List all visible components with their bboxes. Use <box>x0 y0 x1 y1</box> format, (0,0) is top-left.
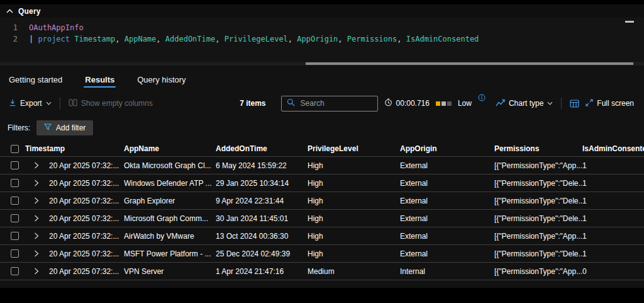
expand-row-chevron-icon[interactable] <box>25 268 49 275</box>
query-timer: 00:00.716 <box>384 98 430 108</box>
cell-apporigin: Internal <box>400 267 494 276</box>
cell-isadminconsented: 1 <box>582 161 644 170</box>
query-panel-header[interactable]: Query <box>0 4 644 18</box>
cell-privilegelevel: High <box>308 214 400 223</box>
row-checkbox[interactable] <box>11 179 19 187</box>
search-input[interactable] <box>299 98 372 108</box>
column-header-timestamp[interactable]: Timestamp <box>25 144 124 153</box>
stopwatch-icon <box>384 98 392 108</box>
cell-appname: AirWatch by VMware <box>124 232 216 241</box>
select-all-checkbox[interactable] <box>11 145 19 153</box>
timestamp-value: 20 Apr 2025 07:32:... <box>49 179 119 188</box>
chart-type-button[interactable]: Chart type <box>496 99 553 108</box>
resource-usage-meter <box>436 101 452 106</box>
full-screen-icon <box>586 99 593 108</box>
expand-row-chevron-icon[interactable] <box>25 215 49 222</box>
search-box[interactable] <box>281 96 378 111</box>
kql-token-plain: , <box>397 33 406 45</box>
table-row[interactable]: 20 Apr 2025 07:32:...Okta Microsoft Grap… <box>0 157 644 174</box>
editor-horizontal-scrollbar-thumb[interactable] <box>306 62 633 65</box>
cell-appname: Windows Defender ATP ... <box>124 179 216 188</box>
editor-scrollbar-thumb[interactable] <box>625 21 634 23</box>
row-checkbox-cell <box>8 267 25 275</box>
table-row[interactable]: 20 Apr 2025 07:32:...MSFT Power Platform… <box>0 245 644 263</box>
cell-permissions: [{"PermissionType":"App... <box>494 232 582 241</box>
filters-label: Filters: <box>8 123 30 132</box>
table-body: 20 Apr 2025 07:32:...Okta Microsoft Grap… <box>0 157 644 280</box>
cell-timestamp: 20 Apr 2025 07:32:... <box>25 214 124 223</box>
kql-token-column: Timestamp <box>74 33 115 45</box>
expand-row-chevron-icon[interactable] <box>25 162 49 169</box>
table-row[interactable]: 20 Apr 2025 07:32:...Windows Defender AT… <box>0 174 644 192</box>
cell-privilegelevel: High <box>308 249 400 258</box>
show-empty-columns-button[interactable]: Show empty columns <box>69 99 153 108</box>
cell-addedontime: 25 Dec 2024 02:49:39 <box>216 249 308 258</box>
query-editor[interactable]: 1OAuthAppInfo2| project Timestamp, AppNa… <box>0 18 644 62</box>
cell-timestamp: 20 Apr 2025 07:32:... <box>25 197 124 205</box>
cell-isadminconsented: 1 <box>582 249 644 258</box>
export-button[interactable]: Export <box>9 99 52 108</box>
tab-results[interactable]: Results <box>84 69 116 89</box>
cell-appname: MSFT Power Platform - ... <box>124 249 216 258</box>
table-row[interactable]: 20 Apr 2025 07:32:...Microsoft Graph Com… <box>0 210 644 227</box>
expand-row-chevron-icon[interactable] <box>25 197 49 204</box>
cell-isadminconsented: 1 <box>582 179 644 188</box>
row-checkbox[interactable] <box>11 214 19 222</box>
table-row[interactable]: 20 Apr 2025 07:32:...VPN Server1 Apr 202… <box>0 263 644 280</box>
kql-token-column: AddedOnTime <box>165 33 215 45</box>
collapse-chevron-up-icon[interactable] <box>6 9 13 13</box>
row-checkbox[interactable] <box>11 249 19 258</box>
customize-columns-icon[interactable] <box>570 100 579 108</box>
cell-addedontime: 9 Apr 2024 22:31:44 <box>216 197 308 205</box>
kql-token-plain: , <box>115 33 124 45</box>
add-filter-label: Add filter <box>56 123 86 132</box>
row-checkbox[interactable] <box>11 267 19 275</box>
column-header-apporigin[interactable]: AppOrigin <box>400 144 494 153</box>
cell-permissions: [{"PermissionType":"App... <box>494 267 582 276</box>
editor-horizontal-scrollbar[interactable] <box>0 62 644 66</box>
kql-token-column: AppOrigin <box>297 33 338 45</box>
cell-timestamp: 20 Apr 2025 07:32:... <box>25 179 124 188</box>
timestamp-value: 20 Apr 2025 07:32:... <box>49 214 119 223</box>
column-header-isadminconsented[interactable]: IsAdminConsented <box>582 144 644 153</box>
info-icon[interactable] <box>478 94 486 101</box>
tab-query-history[interactable]: Query history <box>136 69 187 89</box>
search-icon <box>287 98 295 108</box>
cell-addedontime: 1 Apr 2024 21:47:16 <box>216 267 308 276</box>
show-empty-columns-label: Show empty columns <box>81 99 153 108</box>
cell-isadminconsented: 1 <box>582 197 644 205</box>
expand-row-chevron-icon[interactable] <box>25 250 49 257</box>
chart-type-label: Chart type <box>509 99 543 108</box>
cell-permissions: [{"PermissionType":"Dele... <box>494 249 582 258</box>
line-number: 1 <box>0 22 29 33</box>
expand-row-chevron-icon[interactable] <box>25 232 49 239</box>
cell-isadminconsented: 1 <box>582 232 644 241</box>
cell-timestamp: 20 Apr 2025 07:32:... <box>25 267 124 276</box>
row-checkbox[interactable] <box>11 161 19 169</box>
cell-appname: VPN Server <box>124 267 216 276</box>
tab-getting-started[interactable]: Getting started <box>8 69 64 89</box>
table-row[interactable]: 20 Apr 2025 07:32:...AirWatch by VMware1… <box>0 227 644 245</box>
cell-timestamp: 20 Apr 2025 07:32:... <box>25 249 124 258</box>
query-panel: Query 1OAuthAppInfo2| project Timestamp,… <box>0 4 644 66</box>
table-row[interactable]: 20 Apr 2025 07:32:...Graph Explorer9 Apr… <box>0 192 644 210</box>
chart-type-icon <box>496 99 505 108</box>
kql-token-column: IsAdminConsented <box>406 33 479 45</box>
column-header-appname[interactable]: AppName <box>124 144 216 153</box>
column-header-addedontime[interactable]: AddedOnTime <box>216 144 308 153</box>
add-filter-button[interactable]: Add filter <box>36 120 93 135</box>
advanced-hunting-results-page: Query 1OAuthAppInfo2| project Timestamp,… <box>0 0 644 303</box>
cell-apporigin: External <box>400 179 494 188</box>
usage-square-1 <box>436 101 440 106</box>
column-header-permissions[interactable]: Permissions <box>494 144 582 153</box>
row-checkbox[interactable] <box>11 197 19 205</box>
expand-row-chevron-icon[interactable] <box>25 180 49 186</box>
export-icon <box>9 99 16 108</box>
row-checkbox[interactable] <box>11 232 19 240</box>
cell-apporigin: External <box>400 214 494 223</box>
usage-square-2 <box>441 101 446 106</box>
column-header-privilegelevel[interactable]: PrivilegeLevel <box>308 144 400 153</box>
full-screen-button[interactable]: Full screen <box>586 99 634 108</box>
results-toolbar: Export Show empty columns 7 items 00:00.… <box>0 92 644 115</box>
cell-isadminconsented: 1 <box>582 214 644 223</box>
